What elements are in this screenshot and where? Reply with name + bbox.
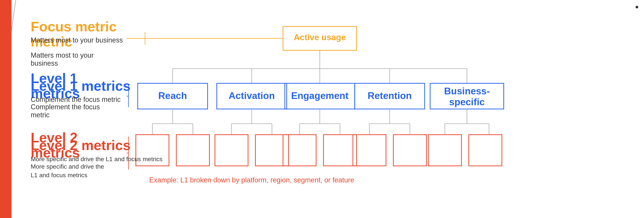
level1-subtitle-label: Complement the focus metric [31, 96, 130, 104]
level2-subtitle-label: More specific and drive the L1 and focus… [31, 155, 162, 163]
reach-l2-2 [176, 135, 210, 166]
main-content: Focus metric Matters most to your busine… [31, 11, 632, 207]
level2-title-label: Level 2 metrics [31, 138, 162, 153]
level1-title-label: Level 1 metrics [31, 79, 130, 94]
engagement-l2-1 [283, 135, 316, 166]
retention-l2-1 [353, 135, 386, 166]
focus-metric-subtitle: Matters most to your business [31, 36, 123, 44]
engagement-l2-2 [324, 135, 357, 166]
focus-metric-label-block: Focus metric Matters most to your busine… [31, 19, 123, 44]
top-right-dot [636, 6, 638, 8]
business-l2-2 [469, 135, 502, 166]
retention-l2-2 [394, 135, 426, 166]
left-bar [0, 0, 12, 218]
business-label-line1: Business- [444, 86, 490, 97]
active-usage-label: Active usage [294, 32, 346, 42]
activation-l2-2 [256, 135, 288, 166]
business-l2-1 [428, 135, 462, 166]
retention-label: Retention [368, 90, 412, 101]
activation-l2-1 [215, 135, 248, 166]
business-label-line2: specific [449, 97, 485, 107]
diagonal-lines [12, 0, 27, 218]
focus-metric-title: Focus metric [31, 19, 123, 34]
activation-label: Activation [228, 90, 275, 101]
engagement-label: Engagement [291, 90, 348, 101]
level2-subtitle: More specific and drive the L1 and focus… [31, 162, 111, 180]
level1-subtitle: Complement the focus metric [31, 103, 111, 119]
focus-metric-subtitle: Matters most to your business [31, 51, 111, 67]
example-text: Example: L1 broken down by platform, reg… [149, 176, 354, 184]
diagram-svg: Active usage [127, 11, 632, 207]
level1-label-block: Level 1 metrics Complement the focus met… [31, 79, 130, 104]
reach-label: Reach [158, 90, 187, 101]
level2-label-block: Level 2 metrics More specific and drive … [31, 138, 162, 163]
diagram-area: Active usage [127, 11, 632, 207]
